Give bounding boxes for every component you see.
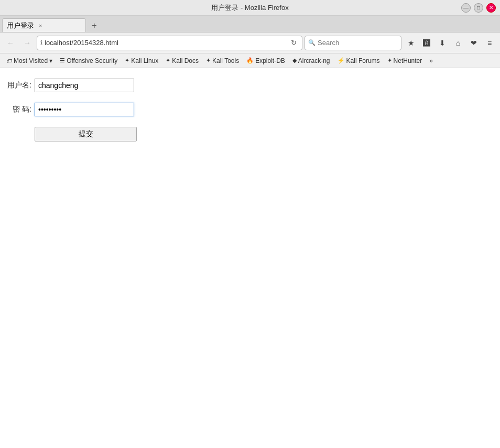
bookmark-exploit-db[interactable]: 🔥 Exploit-DB	[243, 56, 288, 65]
info-icon: ℹ	[40, 39, 42, 46]
username-input[interactable]	[35, 79, 134, 92]
bookmark-label-3: Kali Docs	[172, 57, 199, 64]
window-title: 用户登录 - Mozilla Firefox	[211, 3, 288, 13]
page-content: 用户名: 密 码: 提交	[0, 68, 500, 162]
menu-icon: ≡	[487, 39, 492, 47]
bookmark-icon: ★	[408, 39, 415, 47]
bookmark-icon-6: ◆	[292, 57, 297, 64]
minimize-button[interactable]: —	[461, 3, 471, 13]
bookmark-icon-2: ✦	[125, 57, 129, 64]
bookmark-icon-4: ✦	[206, 57, 211, 64]
window-controls: — □ ✕	[461, 3, 496, 13]
reader-icon: 🅰	[423, 39, 430, 47]
bookmark-icon-7: ⚡	[338, 57, 345, 64]
bookmark-label-5: Exploit-DB	[255, 57, 285, 64]
bookmark-icon-3: ✦	[166, 57, 170, 64]
bookmark-button[interactable]: ★	[404, 36, 418, 50]
username-row: 用户名:	[5, 79, 495, 92]
bookmark-icon-0: 🏷	[6, 58, 12, 64]
bookmark-nethunter[interactable]: ✦ NetHunter	[384, 56, 426, 65]
back-icon: ←	[7, 39, 14, 47]
pocket-button[interactable]: ❤	[466, 36, 481, 50]
nav-bar: ← → ℹ ↻ 🔍 ★ 🅰 ⬇ ⌂ ❤ ≡	[0, 32, 500, 53]
bookmarks-more-button[interactable]: »	[427, 56, 435, 65]
bookmark-label-2: Kali Linux	[131, 57, 158, 64]
download-icon: ⬇	[439, 39, 445, 47]
bookmark-label-4: Kali Tools	[212, 57, 239, 64]
pocket-icon: ❤	[471, 39, 477, 47]
forward-button[interactable]: →	[20, 36, 35, 50]
bookmarks-bar: 🏷 Most Visited ▾ ☰ Offensive Security ✦ …	[0, 53, 500, 68]
bookmark-label-7: Kali Forums	[346, 57, 380, 64]
title-bar: 用户登录 - Mozilla Firefox — □ ✕	[0, 0, 500, 16]
url-input[interactable]	[45, 39, 287, 47]
bookmark-kali-forums[interactable]: ⚡ Kali Forums	[334, 56, 383, 65]
tab-label: 用户登录	[7, 21, 34, 30]
bookmark-icon-8: ✦	[387, 57, 392, 64]
close-button[interactable]: ✕	[486, 3, 496, 13]
bookmark-label-1: Offensive Security	[67, 57, 117, 64]
bookmark-icon-5: 🔥	[246, 57, 254, 64]
tab-bar: 用户登录 × +	[0, 16, 500, 32]
search-input[interactable]	[318, 39, 406, 47]
reader-button[interactable]: 🅰	[419, 36, 434, 50]
bookmark-label-6: Aircrack-ng	[298, 57, 330, 64]
tab-close-button[interactable]: ×	[37, 22, 44, 29]
refresh-button[interactable]: ↻	[289, 38, 299, 48]
submit-row: 提交	[5, 127, 495, 141]
username-label: 用户名:	[5, 81, 31, 90]
password-row: 密 码:	[5, 103, 495, 116]
password-input[interactable]	[35, 103, 134, 116]
menu-button[interactable]: ≡	[482, 36, 497, 50]
bookmark-label-0: Most Visited	[14, 57, 48, 64]
search-icon: 🔍	[308, 39, 316, 46]
nav-icon-buttons: ★ 🅰 ⬇ ⌂ ❤ ≡	[404, 36, 497, 50]
url-bar[interactable]: ℹ ↻	[37, 36, 302, 50]
bookmark-kali-linux[interactable]: ✦ Kali Linux	[122, 56, 161, 65]
bookmark-offensive-security[interactable]: ☰ Offensive Security	[57, 56, 121, 65]
search-bar[interactable]: 🔍	[305, 36, 401, 50]
submit-button[interactable]: 提交	[35, 127, 137, 141]
bookmark-kali-docs[interactable]: ✦ Kali Docs	[162, 56, 202, 65]
bookmark-aircrack-ng[interactable]: ◆ Aircrack-ng	[289, 56, 333, 65]
new-tab-button[interactable]: +	[88, 19, 101, 32]
back-button[interactable]: ←	[3, 36, 18, 50]
home-icon: ⌂	[456, 39, 460, 47]
download-button[interactable]: ⬇	[435, 36, 450, 50]
password-label: 密 码:	[5, 105, 31, 114]
maximize-button[interactable]: □	[474, 3, 483, 13]
bookmark-kali-tools[interactable]: ✦ Kali Tools	[203, 56, 242, 65]
bookmark-icon-1: ☰	[60, 57, 65, 64]
forward-icon: →	[24, 39, 31, 47]
bookmark-label-8: NetHunter	[394, 57, 422, 64]
home-button[interactable]: ⌂	[451, 36, 465, 50]
bookmark-most-visited[interactable]: 🏷 Most Visited ▾	[3, 56, 56, 65]
chevron-down-icon: ▾	[49, 57, 52, 64]
active-tab[interactable]: 用户登录 ×	[2, 18, 86, 32]
